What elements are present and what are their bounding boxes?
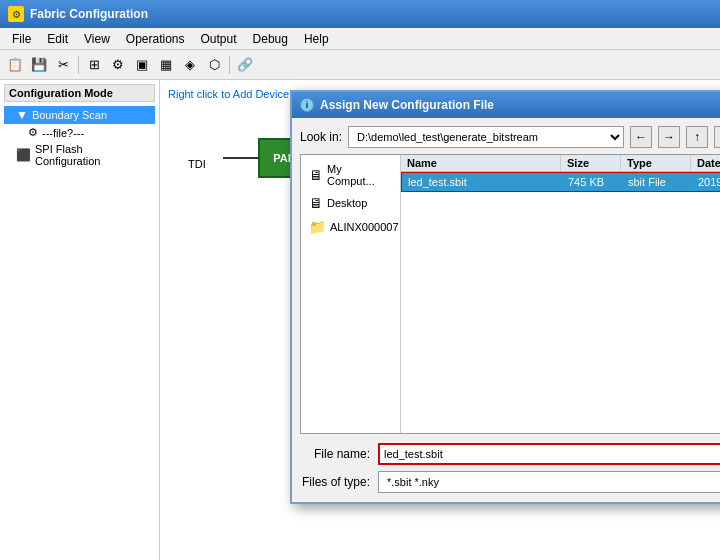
toolbar-b3[interactable]: ◈ [179,54,201,76]
wire-left [223,157,258,159]
app-title: Fabric Configuration [30,7,712,21]
lookin-select[interactable]: D:\demo\led_test\generate_bitstream [348,126,624,148]
menu-output[interactable]: Output [193,30,245,48]
file-list-header: Name Size Type Date Modified [401,155,720,172]
nav-desktop-button[interactable]: 🖥 [714,126,720,148]
toolbar-b4[interactable]: ⬡ [203,54,225,76]
toolbar-b2[interactable]: ▦ [155,54,177,76]
menu-debug[interactable]: Debug [245,30,296,48]
assign-config-dialog: i Assign New Configuration File ? ✕ Look… [290,90,720,504]
tdi-label: TDI [188,158,206,170]
menu-bar: File Edit View Operations Output Debug H… [0,28,720,50]
toolbar-sep2 [229,56,230,74]
spi-flash-icon: ⬛ [16,148,31,162]
desktop-icon: 🖥 [309,195,323,211]
filetype-row: Files of type: *.sbit *.nky Cancel [300,470,720,494]
dialog-title: Assign New Configuration File [320,98,720,112]
dialog-titlebar: i Assign New Configuration File ? ✕ [292,92,720,118]
menu-file[interactable]: File [4,30,39,48]
filename-row: File name: Open [300,442,720,466]
tree-item-boundary-scan[interactable]: ▼ Boundary Scan [4,106,155,124]
toolbar-sep1 [78,56,79,74]
boundary-scan-label: Boundary Scan [32,109,107,121]
places-panel: 🖥 My Comput... 🖥 Desktop 📁 ALINX000007 [301,155,401,433]
dialog-info-icon: i [300,98,314,112]
file-size-cell: 745 KB [562,173,622,191]
place-mycomputer[interactable]: 🖥 My Comput... [305,159,396,191]
file-row-led-test[interactable]: led_test.sbit 745 KB sbit File 2019/5/17… [401,172,720,192]
app-icon: ⚙ [8,6,24,22]
config-mode-header: Configuration Mode [4,84,155,102]
nav-forward-button[interactable]: → [658,126,680,148]
menu-help[interactable]: Help [296,30,337,48]
toolbar-b1[interactable]: ▣ [131,54,153,76]
spi-flash-label: SPI Flash Configuration [35,143,151,167]
toolbar-grid[interactable]: ⊞ [83,54,105,76]
boundary-scan-icon: ▼ [16,108,28,122]
file-browser: 🖥 My Comput... 🖥 Desktop 📁 ALINX000007 [300,154,720,434]
dialog-body: Look in: D:\demo\led_test\generate_bitst… [292,118,720,502]
file-config-icon: ⚙ [28,126,38,139]
mycomputer-icon: 🖥 [309,167,323,183]
lookin-label: Look in: [300,130,342,144]
alinx-icon: 📁 [309,219,326,235]
menu-operations[interactable]: Operations [118,30,193,48]
filetype-label: Files of type: [300,475,370,489]
nav-back-button[interactable]: ← [630,126,652,148]
title-bar: ⚙ Fabric Configuration [0,0,720,28]
file-name-cell: led_test.sbit [402,173,562,191]
toolbar-save[interactable]: 💾 [28,54,50,76]
file-date-cell: 2019/5/17 10:34 [692,173,720,191]
left-panel: Configuration Mode ▼ Boundary Scan ⚙ ---… [0,80,160,560]
place-desktop[interactable]: 🖥 Desktop [305,191,396,215]
toolbar-link[interactable]: 🔗 [234,54,256,76]
header-name: Name [401,155,561,171]
menu-view[interactable]: View [76,30,118,48]
toolbar-new[interactable]: 📋 [4,54,26,76]
nav-up-button[interactable]: ↑ [686,126,708,148]
right-panel: Right click to Add Device or Initialize … [160,80,720,560]
main-content: Configuration Mode ▼ Boundary Scan ⚙ ---… [0,80,720,560]
header-type: Type [621,155,691,171]
header-date: Date Modified [691,155,720,171]
filename-label: File name: [300,447,370,461]
file-list: Name Size Type Date Modified led_test.sb… [401,155,720,433]
toolbar-cut[interactable]: ✂ [52,54,74,76]
header-size: Size [561,155,621,171]
place-alinx[interactable]: 📁 ALINX000007 [305,215,396,239]
tree-item-spi-flash[interactable]: ⬛ SPI Flash Configuration [4,141,155,169]
file-type-cell: sbit File [622,173,692,191]
filename-input[interactable] [378,443,720,465]
lookin-row: Look in: D:\demo\led_test\generate_bitst… [300,126,720,148]
file-config-label: ---file?--- [42,127,84,139]
menu-edit[interactable]: Edit [39,30,76,48]
tree-item-file[interactable]: ⚙ ---file?--- [4,124,155,141]
filetype-select[interactable]: *.sbit *.nky [378,471,720,493]
toolbar-config[interactable]: ⚙ [107,54,129,76]
toolbar: 📋 💾 ✂ ⊞ ⚙ ▣ ▦ ◈ ⬡ 🔗 [0,50,720,80]
